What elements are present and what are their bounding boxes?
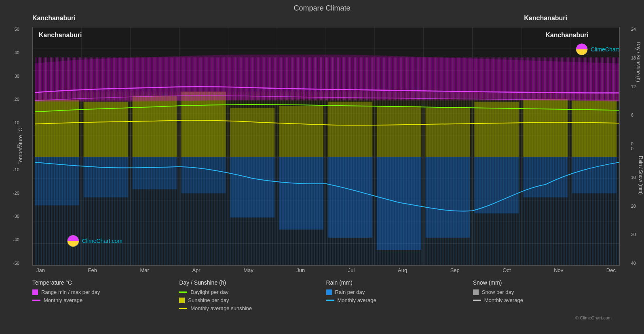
legend-rain-avg: Monthly average xyxy=(326,297,465,303)
legend-snow-per-day-label: Snow per day xyxy=(482,289,514,295)
legend-snow-title: Snow (mm) xyxy=(473,279,612,286)
legend-snow-avg-label: Monthly average xyxy=(484,297,523,303)
temp-avg-swatch xyxy=(32,300,40,301)
legend-temperature: Temperature °C Range min / max per day M… xyxy=(32,279,171,313)
legend-rain-title: Rain (mm) xyxy=(326,279,465,286)
x-tick-aug: Aug xyxy=(398,267,407,273)
sunshine-avg-swatch xyxy=(179,308,187,309)
x-tick-apr: Apr xyxy=(192,267,200,273)
legend-sunshine: Day / Sunshine (h) Daylight per day Suns… xyxy=(179,279,318,313)
svg-rect-36 xyxy=(35,157,619,265)
legend-sunshine-per-day: Sunshine per day xyxy=(179,297,318,303)
page-title: Compare Climate xyxy=(0,0,644,15)
x-axis: Jan Feb Mar Apr May Jun Jul Aug Sep Oct … xyxy=(32,267,620,273)
legend-temp-range: Range min / max per day xyxy=(32,289,171,295)
x-tick-jul: Jul xyxy=(348,267,355,273)
legend-temp-range-label: Range min / max per day xyxy=(41,289,100,295)
legend-snow: Snow (mm) Snow per day Monthly average xyxy=(473,279,612,313)
y-axis-left: 50403020100-10-20-30-40-50 xyxy=(13,27,19,266)
city-label-left: Kanchanaburi xyxy=(32,15,76,22)
legend-daylight: Daylight per day xyxy=(179,289,318,295)
snow-avg-swatch xyxy=(473,300,481,301)
daylight-swatch xyxy=(179,291,187,293)
temp-range-swatch xyxy=(32,289,38,295)
right-axis-bottom-label: Rain / Snow (mm) xyxy=(638,156,644,195)
legend-rain-per-day: Rain per day xyxy=(326,289,465,295)
svg-text:Kanchanaburi: Kanchanaburi xyxy=(545,32,588,38)
right-axis-top-label: Day / Sunshine (h) xyxy=(635,42,641,82)
snow-per-day-swatch xyxy=(473,289,479,295)
x-tick-jan: Jan xyxy=(36,267,45,273)
rain-per-day-swatch xyxy=(326,289,332,295)
x-tick-mar: Mar xyxy=(140,267,149,273)
x-tick-feb: Feb xyxy=(88,267,97,273)
x-tick-jun: Jun xyxy=(296,267,305,273)
y-axis-right-top: 24181260 xyxy=(631,27,636,146)
svg-text:ClimeChart.com: ClimeChart.com xyxy=(591,46,619,53)
legend-daylight-label: Daylight per day xyxy=(190,289,228,295)
legend-temp-title: Temperature °C xyxy=(32,279,171,286)
x-tick-sep: Sep xyxy=(450,267,460,273)
legend-rain-per-day-label: Rain per day xyxy=(335,289,365,295)
x-tick-oct: Oct xyxy=(503,267,511,273)
x-tick-may: May xyxy=(243,267,253,273)
city-label-right: Kanchanaburi xyxy=(524,15,567,22)
chart-area: Kanchanaburi Kanchanaburi ClimeChart.com… xyxy=(32,27,620,266)
svg-text:Kanchanaburi: Kanchanaburi xyxy=(39,32,82,38)
x-tick-nov: Nov xyxy=(554,267,563,273)
legend-rain-avg-label: Monthly average xyxy=(338,297,376,303)
legend-snow-per-day: Snow per day xyxy=(473,289,612,295)
legend-area: Temperature °C Range min / max per day M… xyxy=(0,273,644,313)
legend-temp-avg: Monthly average xyxy=(32,297,171,303)
legend-temp-avg-label: Monthly average xyxy=(44,297,82,303)
legend-sunshine-avg: Monthly average sunshine xyxy=(179,305,318,311)
sunshine-per-day-swatch xyxy=(179,298,185,303)
legend-rain: Rain (mm) Rain per day Monthly average xyxy=(326,279,465,313)
x-tick-dec: Dec xyxy=(606,267,616,273)
svg-text:ClimeChart.com: ClimeChart.com xyxy=(82,238,122,244)
rain-avg-swatch xyxy=(326,300,334,301)
legend-snow-avg: Monthly average xyxy=(473,297,612,303)
legend-sunshine-per-day-label: Sunshine per day xyxy=(188,297,229,303)
copyright: © ClimeChart.com xyxy=(0,315,644,320)
legend-sunshine-avg-label: Monthly average sunshine xyxy=(190,305,252,311)
y-axis-right-bottom: 010203040 xyxy=(631,146,636,266)
legend-sun-title: Day / Sunshine (h) xyxy=(179,279,318,286)
